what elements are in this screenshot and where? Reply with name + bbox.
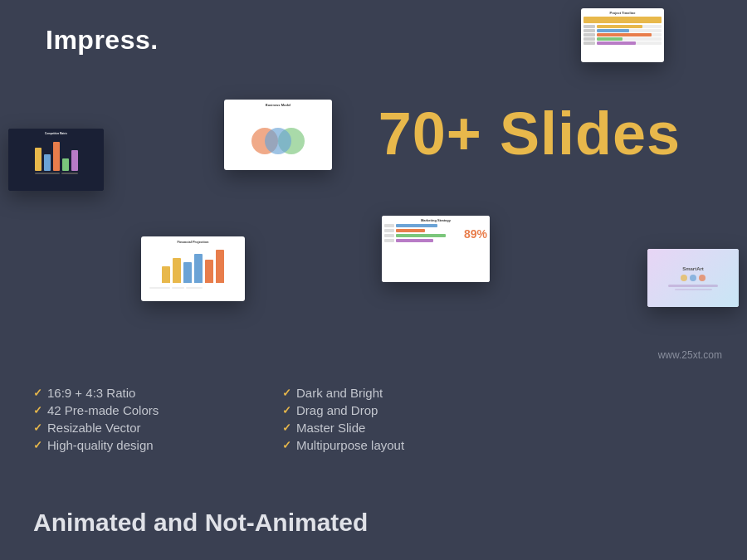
slide-thumbnail-6[interactable]: SmartArt [647,249,739,307]
feature-dark-bright-label: Dark and Bright [296,386,383,400]
bottom-tagline: Animated and Not-Animated [33,509,368,537]
watermark: www.25xt.com [658,349,722,361]
slide-4-title: Financial Projection [144,240,242,244]
check-icon-quality: ✓ [33,439,42,451]
feature-colors: ✓ 42 Pre-made Colors [33,403,232,417]
feature-drag-drop: ✓ Drag and Drop [282,403,498,417]
check-icon-colors: ✓ [33,404,42,416]
slide-thumbnail-5[interactable]: Marketing Strategy [382,216,490,282]
slide-thumbnail-1[interactable]: Project Timeline [581,8,664,62]
feature-multipurpose-label: Multipurpose layout [296,438,404,452]
feature-master: ✓ Master Slide [282,421,498,435]
feature-vector: ✓ Resizable Vector [33,421,232,435]
slide-1-title: Project Timeline [583,11,662,15]
feature-dark-bright: ✓ Dark and Bright [282,386,498,400]
feature-multipurpose: ✓ Multipurpose layout [282,438,498,452]
feature-master-label: Master Slide [296,421,365,435]
check-icon-dark-bright: ✓ [282,387,291,399]
check-icon-master: ✓ [282,421,291,434]
slides-count-headline: 70+ Slides [378,100,681,168]
feature-ratio-label: 16:9 + 4:3 Ratio [47,386,135,400]
slide-thumbnail-3[interactable]: Competitive Matrix [8,129,104,191]
slide-thumbnail-4[interactable]: Financial Projection [141,236,245,301]
slide-2-title: Business Model [227,103,329,107]
feature-quality-label: High-quality design [47,438,154,452]
check-icon-multipurpose: ✓ [282,439,291,451]
app-logo: Impress. [46,25,159,56]
check-icon-drag-drop: ✓ [282,404,291,416]
slide-thumbnail-2[interactable]: Business Model [224,100,332,170]
features-list: ✓ 16:9 + 4:3 Ratio ✓ Dark and Bright ✓ 4… [33,386,498,452]
check-icon-ratio: ✓ [33,387,42,399]
check-icon-vector: ✓ [33,421,42,434]
feature-colors-label: 42 Pre-made Colors [47,403,159,417]
feature-ratio: ✓ 16:9 + 4:3 Ratio [33,386,232,400]
slide-5-title: Marketing Strategy [384,218,487,222]
slide-6-title: SmartArt [682,266,704,271]
feature-drag-drop-label: Drag and Drop [296,403,378,417]
feature-quality: ✓ High-quality design [33,438,232,452]
feature-vector-label: Resizable Vector [47,421,141,435]
slide-3-title: Competitive Matrix [12,132,100,135]
